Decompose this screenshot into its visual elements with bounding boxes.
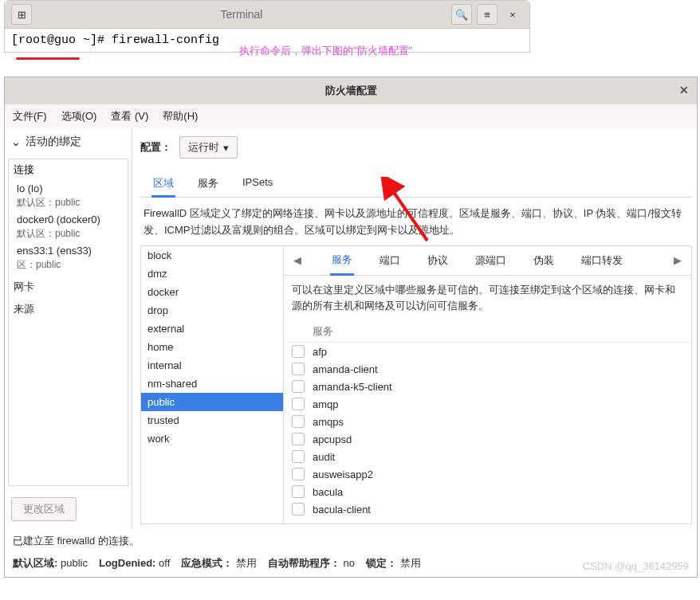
service-item[interactable]: amqps: [284, 413, 691, 430]
lockdown-value: 禁用: [400, 557, 421, 569]
service-item[interactable]: amqp: [284, 395, 691, 413]
auto-helpers-label: 自动帮助程序：: [268, 557, 340, 569]
search-button[interactable]: 🔍: [451, 4, 472, 25]
service-item[interactable]: bacula: [284, 483, 691, 500]
service-item[interactable]: bacula-client: [284, 500, 691, 518]
service-name: amanda-client: [313, 363, 378, 375]
service-item[interactable]: ausweisapp2: [284, 465, 691, 483]
inner-tab-protocols[interactable]: 协议: [426, 247, 450, 274]
service-name: apcupsd: [313, 433, 352, 445]
zone-item-nm-shared[interactable]: nm-shared: [141, 375, 283, 393]
annotation-text: 执行命令后，弹出下图的"防火墙配置": [239, 44, 412, 58]
window-title: 防火墙配置: [325, 84, 377, 96]
window-close-button[interactable]: ✕: [679, 84, 689, 96]
service-header: 服务: [284, 321, 691, 343]
inner-tab-masquerade[interactable]: 伪装: [532, 247, 556, 274]
active-bindings-header[interactable]: ⌄ 活动的绑定: [5, 128, 132, 155]
zone-item-home[interactable]: home: [141, 338, 283, 356]
chevron-down-icon: ⌄: [11, 135, 21, 148]
zone-item-internal[interactable]: internal: [141, 356, 283, 375]
service-checkbox[interactable]: [292, 398, 305, 410]
log-denied-value: off: [159, 557, 170, 569]
new-tab-button[interactable]: ⊞: [11, 4, 32, 25]
inner-tab-source-ports[interactable]: 源端口: [474, 247, 508, 274]
menu-file[interactable]: 文件(F): [13, 109, 47, 124]
change-zone-button[interactable]: 更改区域: [11, 497, 77, 521]
scroll-right-button[interactable]: ▶: [669, 251, 686, 269]
zone-item-block[interactable]: block: [141, 246, 283, 265]
zone-detail: ◀ 服务 端口 协议 源端口 伪装 端口转发 ▶ 可以在这里定义区域中哪些服务是…: [284, 245, 692, 524]
terminal-prompt: [root@guo ~]# firewall-config: [11, 33, 219, 47]
service-checkbox[interactable]: [292, 433, 305, 445]
status-line1: 已建立至 firewalld 的连接。: [5, 529, 697, 553]
inner-tab-port-forward[interactable]: 端口转发: [580, 247, 624, 274]
service-checkbox[interactable]: [292, 485, 305, 498]
bindings-panel: 连接 lo (lo)默认区：publicdocker0 (docker0)默认区…: [8, 159, 128, 486]
service-name: audit: [313, 451, 335, 463]
connection-zone: 区：public: [17, 258, 120, 272]
tab-ipsets[interactable]: IPSets: [241, 170, 274, 197]
connection-name: docker0 (docker0): [17, 213, 120, 227]
service-list[interactable]: afpamanda-clientamanda-k5-clientamqpamqp…: [284, 343, 691, 523]
interfaces-label: 网卡: [9, 278, 128, 296]
terminal-header: ⊞ Terminal 🔍 ≡ ×: [5, 1, 529, 29]
sources-label: 来源: [9, 300, 128, 318]
close-button[interactable]: ×: [502, 4, 523, 25]
zone-description: FirewallD 区域定义了绑定的网络连接、网卡以及源地址的可信程度。区域是服…: [140, 198, 692, 245]
config-value: 运行时: [188, 140, 219, 155]
inner-tab-ports[interactable]: 端口: [378, 247, 402, 274]
connection-item[interactable]: ens33:1 (ens33)区：public: [9, 242, 128, 273]
connection-zone: 默认区：public: [17, 227, 120, 241]
zone-item-drop[interactable]: drop: [141, 301, 283, 320]
panic-mode-label: 应急模式：: [181, 557, 233, 569]
service-item[interactable]: afp: [284, 343, 691, 360]
zone-item-docker[interactable]: docker: [141, 283, 283, 301]
service-item[interactable]: amanda-k5-client: [284, 378, 691, 395]
zone-item-dmz[interactable]: dmz: [141, 265, 283, 283]
connection-item[interactable]: lo (lo)默认区：public: [9, 180, 128, 211]
inner-tab-services[interactable]: 服务: [330, 246, 354, 276]
default-zone-value: public: [61, 557, 88, 569]
menu-help[interactable]: 帮助(H): [163, 109, 198, 124]
log-denied-label: LogDenied:: [99, 557, 156, 569]
tab-service[interactable]: 服务: [196, 170, 220, 197]
service-checkbox[interactable]: [292, 380, 305, 393]
connection-item[interactable]: docker0 (docker0)默认区：public: [9, 211, 128, 242]
service-column-label: 服务: [313, 324, 333, 339]
service-item[interactable]: amanda-client: [284, 360, 691, 378]
main-pane: 配置： 运行时 ▾ 区域 服务 IPSets FirewallD 区域定义了绑定…: [132, 128, 697, 529]
plus-box-icon: ⊞: [18, 9, 26, 21]
service-checkbox[interactable]: [292, 503, 305, 516]
search-icon: 🔍: [455, 9, 468, 21]
service-item[interactable]: audit: [284, 448, 691, 465]
config-label: 配置：: [140, 140, 171, 155]
tab-zone[interactable]: 区域: [151, 170, 175, 197]
zone-item-trusted[interactable]: trusted: [141, 411, 283, 429]
config-selector[interactable]: 运行时 ▾: [179, 136, 238, 159]
scroll-left-button[interactable]: ◀: [289, 251, 306, 269]
close-icon: ×: [509, 9, 516, 21]
zone-item-work[interactable]: work: [141, 429, 283, 448]
zone-list[interactable]: blockdmzdockerdropexternalhomeinternalnm…: [140, 245, 284, 524]
services-description: 可以在这里定义区域中哪些服务是可信的。可连接至绑定到这个区域的连接、网卡和源的所…: [284, 276, 691, 322]
service-checkbox[interactable]: [292, 415, 305, 428]
service-name: afp: [313, 346, 327, 358]
menu-options[interactable]: 选项(O): [61, 109, 97, 124]
service-checkbox[interactable]: [292, 450, 305, 463]
firewall-config-window: 防火墙配置 ✕ 文件(F) 选项(O) 查看 (V) 帮助(H) ⌄ 活动的绑定…: [4, 76, 698, 578]
annotation-underline: [16, 57, 80, 60]
service-checkbox[interactable]: [292, 345, 305, 358]
connections-label: 连接: [9, 159, 128, 180]
service-name: amanda-k5-client: [313, 381, 392, 393]
service-checkbox[interactable]: [292, 363, 305, 375]
service-name: bacula-client: [313, 504, 371, 516]
service-checkbox[interactable]: [292, 468, 305, 480]
menu-view[interactable]: 查看 (V): [111, 109, 148, 124]
service-item[interactable]: apcupsd: [284, 430, 691, 448]
service-name: amqps: [313, 416, 344, 428]
zone-item-external[interactable]: external: [141, 320, 283, 338]
service-name: amqp: [313, 398, 339, 410]
zone-item-public[interactable]: public: [141, 393, 283, 411]
menu-button[interactable]: ≡: [477, 4, 497, 25]
default-zone-label: 默认区域:: [13, 557, 57, 569]
